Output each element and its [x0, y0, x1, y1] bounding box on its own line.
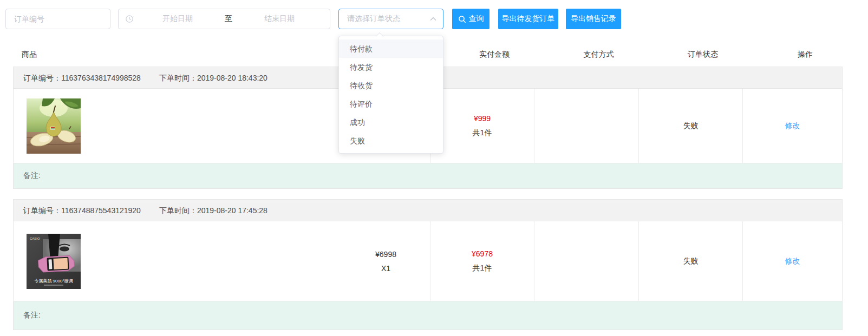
status-dropdown-panel: 待付款 待发货 待收货 待评价 成功 失败: [338, 36, 443, 154]
column-header-product: 商品: [22, 49, 37, 60]
unit-price-cell: ¥6998 X1: [342, 221, 430, 301]
modify-link[interactable]: 修改: [785, 256, 800, 266]
paid-amount-cell: ¥6978 共1件: [430, 221, 534, 301]
order-status-select-placeholder: 请选择订单状态: [347, 14, 430, 24]
action-cell: 修改: [742, 221, 842, 301]
chevron-up-icon: [430, 17, 436, 21]
date-range-separator: 至: [221, 14, 236, 24]
order-status-select[interactable]: 请选择订单状态: [338, 9, 443, 29]
dropdown-arrow: [376, 32, 383, 40]
order-status-cell: 失败: [638, 221, 742, 301]
paid-count: 共1件: [473, 128, 492, 138]
order-time-label: 下单时间：: [159, 206, 197, 215]
clock-icon: [125, 15, 134, 23]
column-header-payment-method: 支付方式: [546, 49, 651, 60]
export-pending-shipment-button[interactable]: 导出待发货订单: [498, 9, 558, 29]
status-option-pending-shipment[interactable]: 待发货: [339, 58, 443, 76]
paid-amount: ¥999: [474, 114, 491, 123]
search-button-label: 查询: [469, 14, 484, 24]
product-image-camera: CASIO 专属美肌 9000°微调: [27, 234, 81, 289]
remark-label: 备注:: [23, 171, 41, 181]
order-number-input[interactable]: [5, 9, 110, 29]
product-image-brand-text: CASIO: [30, 237, 40, 240]
status-option-failed[interactable]: 失败: [339, 131, 443, 150]
date-range-picker[interactable]: 开始日期 至 结束日期: [118, 9, 330, 29]
order-status: 失败: [683, 256, 699, 266]
order-status-cell: 失败: [638, 89, 742, 163]
export-sales-records-button[interactable]: 导出销售记录: [566, 9, 621, 29]
search-button[interactable]: 查询: [452, 9, 490, 29]
start-date-placeholder[interactable]: 开始日期: [134, 14, 221, 24]
order-status: 失败: [683, 121, 699, 131]
column-header-order-status: 订单状态: [651, 49, 755, 60]
unit-price: ¥6998: [375, 250, 396, 259]
order-number-label: 订单编号：: [23, 206, 61, 215]
status-option-pending-payment[interactable]: 待付款: [339, 39, 443, 58]
action-cell: 修改: [742, 89, 842, 163]
paid-count: 共1件: [473, 263, 492, 273]
product-image-caption: 专属美肌 9000°微调: [34, 279, 73, 284]
order-card: 订单编号：1163748875543121920下单时间：2019-08-20 …: [13, 199, 843, 330]
modify-link[interactable]: 修改: [785, 121, 800, 131]
remark-row: 备注:: [14, 163, 842, 188]
order-management-page: 开始日期 至 结束日期 请选择订单状态 查询 导出待发货订单 导出销售记录 商品…: [0, 0, 868, 336]
order-time-label: 下单时间：: [159, 74, 197, 82]
quantity: X1: [381, 264, 390, 273]
payment-method-cell: [534, 89, 638, 163]
order-time-value: 2019-08-20 18:43:20: [197, 74, 267, 82]
remark-label: 备注:: [23, 311, 41, 320]
end-date-placeholder[interactable]: 结束日期: [236, 14, 323, 24]
payment-method-cell: [534, 221, 638, 301]
column-header-paid-amount: 实付金额: [442, 49, 546, 60]
search-icon: [458, 15, 466, 23]
order-header-bar: 订单编号：1163748875543121920下单时间：2019-08-20 …: [14, 200, 842, 221]
product-cell: [14, 89, 342, 163]
order-number-label: 订单编号：: [23, 74, 61, 82]
column-header-action: 操作: [755, 49, 856, 60]
status-option-pending-review[interactable]: 待评价: [339, 95, 443, 113]
status-option-pending-receipt[interactable]: 待收货: [339, 76, 443, 95]
paid-amount-cell: ¥999 共1件: [430, 89, 534, 163]
product-cell: CASIO 专属美肌 9000°微调: [14, 221, 342, 301]
order-number-value: 1163748875543121920: [61, 206, 141, 215]
order-time-value: 2019-08-20 17:45:28: [197, 206, 267, 215]
order-number-value: 1163763438174998528: [61, 74, 141, 82]
product-image-pear: [27, 98, 81, 154]
status-option-success[interactable]: 成功: [339, 113, 443, 131]
paid-amount: ¥6978: [472, 249, 493, 258]
remark-row: 备注:: [14, 301, 842, 330]
